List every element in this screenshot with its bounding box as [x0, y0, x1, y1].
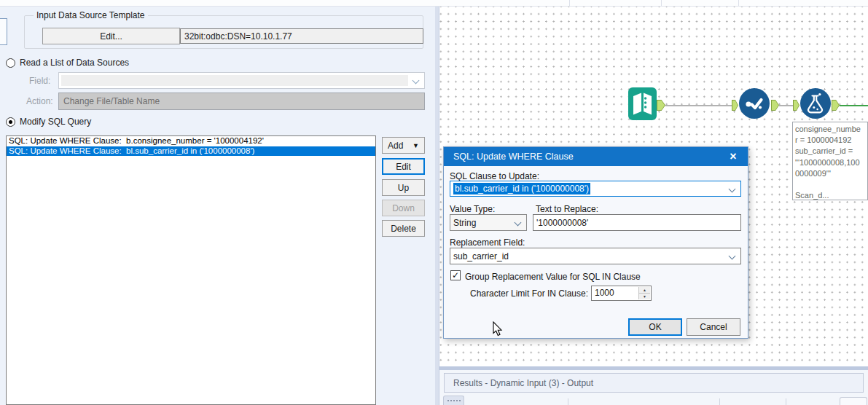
close-icon[interactable]: × [723, 147, 743, 166]
top-strip-separator [661, 0, 662, 6]
window-top-strip [0, 0, 868, 7]
chevron-down-icon [729, 253, 736, 260]
field-label: Field: [29, 76, 50, 86]
replacement-field-combobox[interactable]: sub_carrier_id [450, 248, 741, 264]
results-toolbar-control[interactable] [840, 397, 867, 405]
radio-modify-sql-label: Modify SQL Query [20, 117, 91, 127]
checkmark-icon [739, 88, 770, 119]
input-data-source-template-group: Input Data Source Template Edit... 32bit… [24, 15, 423, 49]
value-type-combobox[interactable]: String [450, 214, 527, 231]
template-connection-field[interactable]: 32bit:odbc:DSN=10.10.1.77 [180, 28, 423, 44]
add-button[interactable]: Add ▼ [382, 137, 425, 154]
action-combobox-value: Change File/Table Name [63, 96, 160, 106]
top-strip-separator [569, 0, 570, 6]
anchor-shape [772, 101, 778, 110]
config-side-tab[interactable] [0, 18, 7, 45]
dialog-titlebar[interactable]: SQL: Update WHERE Clause [444, 147, 748, 166]
results-title: Results - Dynamic Input (3) - Output [453, 378, 593, 388]
radio-unchecked-icon[interactable] [6, 58, 15, 68]
sql-clause-listbox[interactable]: SQL: Update WHERE Clause: b.consignee_nu… [6, 135, 376, 405]
output-anchor[interactable] [771, 100, 779, 111]
flask-icon [800, 88, 831, 119]
sql-clause-value-selected: bl.sub_carrier_id in ('1000000008') [453, 183, 590, 194]
connection-line-selected [840, 105, 868, 106]
app-root: Input Data Source Template Edit... 32bit… [0, 0, 868, 405]
sql-clause-label: SQL Clause to Update: [450, 171, 539, 181]
anchor-shape [794, 101, 799, 110]
book-icon [628, 87, 657, 120]
output-anchor[interactable] [657, 100, 665, 111]
chevron-down-icon [413, 77, 420, 84]
spin-down-icon[interactable]: ▼ [639, 294, 650, 299]
radio-checked-icon[interactable] [6, 117, 15, 127]
group-title: Input Data Source Template [34, 10, 148, 20]
up-button[interactable]: Up [382, 179, 425, 196]
text-to-replace-label: Text to Replace: [536, 204, 598, 214]
results-grip-handle[interactable] [443, 396, 464, 405]
char-limit-label: Character Limit For IN Clause: [470, 288, 588, 299]
chevron-down-icon [729, 186, 736, 193]
cancel-button[interactable]: Cancel [687, 318, 740, 336]
value-type-value: String [453, 218, 476, 228]
replacement-field-label: Replacement Field: [450, 237, 525, 248]
group-replacement-checkbox[interactable]: ✓ [450, 270, 461, 280]
text-to-replace-input[interactable]: '1000000008' [533, 214, 741, 231]
field-combobox-value [61, 75, 408, 86]
tool-annotation[interactable]: consignee_numbe r = 1000004192 sub_carri… [792, 122, 868, 200]
results-panel: Results - Dynamic Input (3) - Output [439, 370, 868, 405]
dialog-title: SQL: Update WHERE Clause [453, 152, 574, 162]
ok-button[interactable]: OK [628, 318, 682, 336]
anchor-shape [657, 101, 665, 110]
field-combobox [58, 72, 425, 89]
connection-line [779, 105, 793, 106]
char-limit-value: 1000 [595, 288, 614, 298]
down-button-disabled: Down [382, 200, 425, 216]
formula-tool[interactable] [800, 88, 831, 119]
spinner-buttons[interactable]: ▲ ▼ [638, 287, 650, 299]
sql-update-where-dialog: SQL: Update WHERE Clause × SQL Clause to… [443, 146, 748, 339]
connection-line [665, 105, 732, 106]
value-type-label: Value Type: [450, 204, 495, 214]
toolbar-separator [786, 398, 786, 405]
top-strip-separator [738, 0, 739, 6]
spin-up-icon[interactable]: ▲ [639, 287, 650, 294]
radio-modify-sql-query[interactable]: Modify SQL Query [6, 117, 91, 127]
action-label: Action: [26, 96, 53, 106]
input-anchor[interactable] [732, 100, 738, 111]
anchor-shape [832, 101, 839, 110]
replacement-field-value: sub_carrier_id [453, 251, 509, 262]
list-item-selected[interactable]: SQL: Update WHERE Clause: bl.sub_carrier… [7, 146, 375, 157]
add-button-label: Add [388, 141, 403, 151]
list-item[interactable]: SQL: Update WHERE Clause: b.consignee_nu… [7, 136, 375, 146]
dropdown-arrow-icon: ▼ [413, 142, 419, 149]
action-combobox: Change File/Table Name [58, 93, 425, 110]
radio-read-list-label: Read a List of Data Sources [20, 58, 129, 68]
dynamic-input-config-panel: Input Data Source Template Edit... 32bit… [0, 7, 435, 405]
input-data-tool[interactable] [628, 87, 657, 120]
char-limit-spinner[interactable]: 1000 ▲ ▼ [591, 286, 652, 301]
results-panel-header: Results - Dynamic Input (3) - Output [444, 373, 864, 393]
checkmark-icon: ✓ [452, 271, 459, 280]
sql-clause-combobox[interactable]: bl.sub_carrier_id in ('1000000008') [450, 181, 741, 197]
toolbar-separator [719, 398, 720, 405]
chevron-down-icon [515, 219, 522, 227]
delete-button[interactable]: Delete [382, 220, 425, 237]
check-tool[interactable] [739, 88, 770, 119]
group-replacement-label: Group Replacement Value for SQL IN Claus… [465, 272, 641, 282]
toolbar-separator [568, 398, 568, 405]
output-anchor[interactable] [832, 100, 840, 111]
edit-button[interactable]: Edit [382, 158, 425, 175]
anchor-shape [732, 101, 738, 110]
radio-read-list-of-data-sources[interactable]: Read a List of Data Sources [6, 58, 129, 68]
edit-template-button[interactable]: Edit... [42, 28, 180, 44]
input-anchor[interactable] [793, 100, 799, 111]
